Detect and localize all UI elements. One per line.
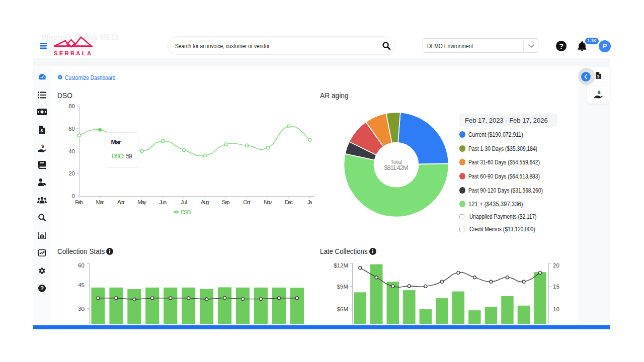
svg-text:20: 20: [68, 170, 75, 176]
svg-text:$811.42M: $811.42M: [384, 164, 408, 171]
svg-text:$: $: [41, 144, 44, 149]
svg-text:SERRALA: SERRALA: [54, 50, 93, 56]
svg-text:Mar: Mar: [96, 199, 105, 205]
svg-text:$: $: [40, 128, 43, 133]
svg-text:Ja: Ja: [307, 199, 312, 205]
svg-text:May: May: [137, 199, 146, 205]
svg-text:Oct: Oct: [243, 199, 251, 205]
svg-text:Dec: Dec: [285, 199, 293, 205]
svg-text:Apr: Apr: [117, 199, 125, 205]
svg-text:$: $: [598, 90, 601, 95]
svg-text:Sep: Sep: [222, 199, 230, 205]
svg-text:$9M: $9M: [337, 284, 348, 290]
svg-text:Jul: Jul: [181, 199, 187, 205]
svg-text:Aug: Aug: [201, 199, 209, 205]
svg-text:80: 80: [68, 103, 75, 109]
svg-text:20: 20: [553, 262, 559, 268]
svg-text:Feb: Feb: [75, 199, 83, 205]
svg-text:$6M: $6M: [337, 306, 348, 312]
svg-text:Mar: Mar: [111, 139, 122, 146]
svg-text:40: 40: [68, 148, 75, 154]
svg-text:DSO:: DSO:: [112, 152, 125, 160]
svg-text:$12M: $12M: [334, 262, 348, 268]
svg-text:DSO: DSO: [181, 209, 191, 215]
svg-text:45: 45: [78, 282, 85, 288]
svg-text:10: 10: [553, 306, 559, 312]
svg-text:60: 60: [68, 126, 75, 132]
svg-text:0: 0: [72, 193, 75, 199]
svg-text:Jun: Jun: [159, 199, 167, 205]
svg-text:60: 60: [78, 262, 85, 268]
svg-text:Nov: Nov: [264, 199, 272, 205]
svg-text:30: 30: [78, 306, 85, 312]
svg-text:15: 15: [553, 284, 559, 290]
svg-text:59: 59: [126, 152, 132, 160]
